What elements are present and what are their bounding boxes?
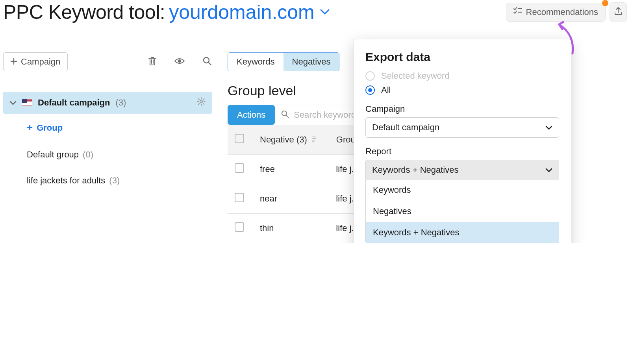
recommendations-button[interactable]: Recommendations <box>506 3 606 22</box>
table-header-row: Negative (3) Group <box>228 125 370 155</box>
radio-label: All <box>381 85 391 95</box>
page-title: PPC Keyword tool: <box>3 1 165 24</box>
report-field-label: Report <box>365 146 559 157</box>
add-group-label: Group <box>37 123 63 133</box>
radio-label: Selected keyword <box>381 71 450 81</box>
export-icon <box>614 7 623 18</box>
group-item[interactable]: Default group (0) <box>3 142 212 168</box>
campaign-name: Default campaign <box>38 98 110 108</box>
group-item[interactable]: life jackets for adults (3) <box>3 168 212 194</box>
group-count: (0) <box>83 150 93 160</box>
chevron-down-icon <box>9 98 17 108</box>
campaign-select[interactable]: Default campaign <box>365 117 559 138</box>
search-icon <box>281 110 289 120</box>
svg-point-0 <box>178 59 181 63</box>
chevron-down-icon <box>320 9 330 15</box>
add-campaign-label: Campaign <box>21 57 60 67</box>
negatives-table: Negative (3) Group free life j. <box>228 125 370 243</box>
add-group-button[interactable]: + Group <box>3 114 212 142</box>
domain-dropdown[interactable]: yourdomain.com <box>169 1 330 24</box>
export-button[interactable] <box>610 2 627 22</box>
checklist-icon <box>513 7 522 17</box>
select-value: Keywords + Negatives <box>372 165 459 175</box>
svg-point-2 <box>200 100 202 103</box>
radio-all[interactable]: All <box>365 85 559 95</box>
plus-icon <box>11 57 17 67</box>
radio-selected-keyword: Selected keyword <box>365 71 559 81</box>
recommendations-label: Recommendations <box>526 7 598 17</box>
row-checkbox[interactable] <box>235 222 244 232</box>
chevron-down-icon <box>545 165 552 175</box>
add-campaign-button[interactable]: Campaign <box>3 52 68 71</box>
cell-negative: thin <box>253 214 329 243</box>
table-row: free life j. <box>228 155 370 184</box>
sort-icon <box>312 135 317 144</box>
col-negative[interactable]: Negative (3) <box>253 125 329 155</box>
group-count: (3) <box>109 176 120 186</box>
report-option-both[interactable]: Keywords + Negatives <box>366 222 559 243</box>
notification-dot-icon <box>602 0 608 6</box>
domain-name: yourdomain.com <box>169 1 315 24</box>
select-value: Default campaign <box>372 122 439 133</box>
cell-negative: near <box>253 184 329 214</box>
table-row: thin life j. <box>228 214 370 243</box>
report-dropdown-list: Keywords Negatives Keywords + Negatives <box>365 179 559 243</box>
select-all-checkbox[interactable] <box>235 134 244 143</box>
tab-negatives[interactable]: Negatives <box>284 53 339 71</box>
gear-icon[interactable] <box>197 97 206 108</box>
report-option-keywords[interactable]: Keywords <box>366 179 559 201</box>
keyword-tabs: Keywords Negatives <box>228 52 339 71</box>
page-header: PPC Keyword tool: yourdomain.com Recomme… <box>3 0 627 31</box>
search-icon[interactable] <box>202 56 212 67</box>
campaign-field-label: Campaign <box>365 104 559 114</box>
left-sidebar: Campaign <box>3 52 212 243</box>
tab-keywords[interactable]: Keywords <box>228 53 284 71</box>
svg-point-3 <box>282 111 287 116</box>
radio-icon <box>365 71 375 81</box>
group-name: life jackets for adults <box>27 176 105 186</box>
report-select[interactable]: Keywords + Negatives <box>365 160 559 180</box>
cell-negative: free <box>253 155 329 184</box>
row-checkbox[interactable] <box>235 163 244 173</box>
row-checkbox[interactable] <box>235 193 244 202</box>
campaign-row[interactable]: Default campaign (3) <box>3 92 212 114</box>
group-name: Default group <box>27 150 79 160</box>
radio-icon <box>365 85 375 95</box>
table-row: near life j. <box>228 184 370 214</box>
plus-icon: + <box>27 122 33 134</box>
trash-icon[interactable] <box>148 56 157 67</box>
us-flag-icon <box>22 99 32 106</box>
report-option-negatives[interactable]: Negatives <box>366 201 559 222</box>
eye-icon[interactable] <box>174 57 185 67</box>
actions-button[interactable]: Actions <box>228 105 275 125</box>
chevron-down-icon <box>545 122 552 133</box>
campaign-count: (3) <box>115 98 126 108</box>
export-popover: Export data Selected keyword All Campaig… <box>354 39 571 243</box>
export-title: Export data <box>365 50 559 64</box>
